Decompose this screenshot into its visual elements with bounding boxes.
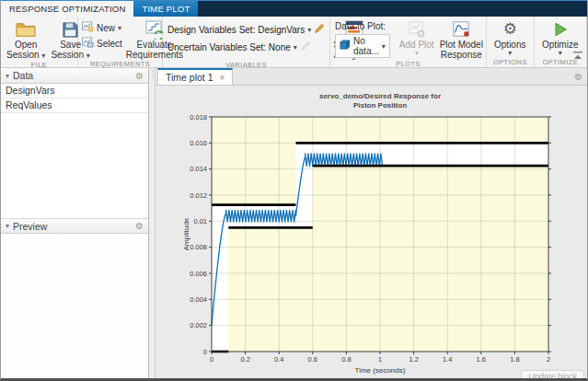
preview-section-header: ▾ Preview ⚙ [1, 218, 148, 234]
update-block-button[interactable]: Update block [521, 370, 584, 381]
main-content: ▾ Data ⚙ DesignVars ReqValues ▾ Preview … [1, 68, 587, 378]
uncertain-variables-set-dropdown[interactable]: Uncertain Variables Set: None ▾ [167, 40, 325, 53]
close-tab-icon[interactable]: × [220, 73, 225, 83]
preview-pane [1, 234, 148, 378]
uncertain-variables-caret-icon: ▾ [294, 43, 297, 52]
open-session-label2: Session ▾ [6, 50, 45, 61]
design-variables-set-label: Design Variables Set: DesignVars [167, 25, 305, 35]
save-disk-icon [62, 19, 79, 40]
data-list: DesignVars ReqValues [1, 84, 148, 218]
data-browser-panel: ▾ Data ⚙ DesignVars ReqValues ▾ Preview … [1, 68, 149, 378]
svg-text:0.008: 0.008 [190, 243, 207, 251]
time-plot-chart: 00.0020.0040.0060.0080.010.0120.0140.016… [156, 86, 586, 378]
design-variables-set-dropdown[interactable]: Design Variables Set: DesignVars ▾ [167, 23, 325, 36]
svg-text:1: 1 [378, 355, 382, 364]
evaluate-requirements-icon [144, 19, 165, 40]
data-item-reqvalues[interactable]: ReqValues [1, 98, 148, 113]
svg-text:0: 0 [203, 348, 207, 356]
tab-time-plot-1-label: Time plot 1 [166, 72, 213, 83]
tab-time-plot-1[interactable]: Time plot 1 × [157, 68, 233, 85]
data-to-plot-caret-icon: ▾ [382, 42, 386, 51]
section-label-plots: PLOTS [330, 60, 486, 68]
svg-text:0.8: 0.8 [341, 355, 351, 364]
svg-text:0.01: 0.01 [193, 217, 207, 225]
select-requirement-icon [82, 37, 94, 50]
app-window: RESPONSE OPTIMIZATION TIME PLOT Open Ses… [0, 0, 588, 381]
uncertain-variables-set-label: Uncertain Variables Set: None [167, 42, 291, 52]
select-requirement-label: Select [97, 39, 122, 49]
data-section-gear-icon[interactable]: ⚙ [135, 71, 144, 81]
open-session-caret-icon: ▾ [41, 52, 45, 60]
options-gear-icon: ⚙ [503, 19, 517, 40]
splitter-handle-icon: ⋮ [149, 73, 155, 75]
svg-text:Time (seconds): Time (seconds) [355, 366, 406, 375]
collapse-data-section-icon[interactable]: ▾ [6, 72, 9, 80]
ribbon-toolbar: Open Session ▾ Save Session ▾ FILE [1, 17, 587, 68]
section-label-options: OPTIONS [487, 58, 534, 67]
svg-text:0: 0 [210, 355, 213, 364]
design-variables-caret-icon: ▾ [307, 26, 311, 34]
ribbon-tabstrip: RESPONSE OPTIMIZATION TIME PLOT [1, 0, 587, 17]
open-folder-icon [16, 19, 36, 40]
options-caret-icon: ▾ [508, 50, 512, 58]
new-requirement-caret-icon: ▾ [118, 24, 121, 32]
options-button[interactable]: ⚙ Options ▾ [491, 19, 528, 58]
svg-text:0.6: 0.6 [308, 355, 317, 364]
svg-text:servo_demo/Desired Response fo: servo_demo/Desired Response for [319, 92, 441, 100]
panel-splitter[interactable]: ⋮ [149, 68, 156, 378]
open-session-button[interactable]: Open Session ▾ [4, 19, 48, 61]
plot-model-response-label1: Plot Model [440, 40, 483, 50]
ribbon-section-requirements: New ▾ Select Evaluate Require [78, 17, 163, 67]
svg-text:1.4: 1.4 [443, 355, 452, 364]
svg-text:0.004: 0.004 [190, 295, 207, 304]
svg-text:0.014: 0.014 [190, 165, 207, 173]
add-plot-button: Add Plot ▾ [397, 19, 437, 58]
svg-text:0.012: 0.012 [190, 191, 207, 200]
plot-model-response-icon [452, 19, 471, 40]
svg-text:0.018: 0.018 [190, 113, 207, 121]
data-section-header: ▾ Data ⚙ [1, 68, 148, 84]
edit-design-variables-pencil-icon[interactable] [314, 23, 325, 36]
tab-time-plot[interactable]: TIME PLOT [133, 1, 198, 17]
data-cube-icon [340, 40, 351, 52]
data-item-designvars[interactable]: DesignVars [1, 84, 148, 98]
data-to-plot-dropdown[interactable]: No data... ▾ [335, 34, 390, 58]
svg-text:1.6: 1.6 [477, 355, 486, 364]
plot-model-response-label2: Response [441, 50, 482, 60]
document-gear-icon[interactable]: ⚙ [574, 72, 582, 82]
ribbon-section-plots: Data to Plot: No data... ▾ Add Plot ▾ [330, 17, 487, 67]
data-to-plot-label: Data to Plot: [335, 21, 390, 31]
plot-model-response-button[interactable]: Plot Model Response [437, 19, 486, 60]
document-tab-bar: Time plot 1 × ⚙ [156, 68, 587, 86]
add-plot-caret-icon: ▾ [415, 50, 419, 58]
data-section-title: Data [13, 70, 33, 81]
tab-response-optimization[interactable]: RESPONSE OPTIMIZATION [1, 1, 133, 17]
data-to-plot-value: No data... [353, 36, 379, 56]
section-label-requirements: REQUIREMENTS [78, 60, 162, 68]
svg-text:1.8: 1.8 [510, 355, 519, 364]
new-requirement-button[interactable]: New ▾ [82, 21, 122, 34]
edit-uncertain-variables-pencil-icon [300, 40, 311, 53]
ribbon-section-file: Open Session ▾ Save Session ▾ FILE [1, 17, 78, 67]
document-area: Time plot 1 × ⚙ 00.0020.0040.0060.0080.0… [156, 68, 587, 378]
tab-response-optimization-label: RESPONSE OPTIMIZATION [9, 4, 125, 14]
preview-section-gear-icon[interactable]: ⚙ [135, 221, 144, 231]
section-label-variables: VARIABLES [163, 61, 329, 69]
open-session-label1: Open [15, 40, 37, 50]
tab-time-plot-label: TIME PLOT [142, 4, 190, 14]
svg-text:0.016: 0.016 [190, 139, 207, 147]
collapse-preview-section-icon[interactable]: ▾ [6, 222, 9, 230]
plot-figure-area: 00.0020.0040.0060.0080.010.0120.0140.016… [156, 86, 587, 381]
ribbon-section-variables: Design Variables Set: DesignVars ▾ Uncer… [163, 17, 330, 67]
section-label-file: FILE [1, 61, 77, 69]
preview-section-title: Preview [13, 221, 47, 232]
ribbon-section-options: ⚙ Options ▾ OPTIONS [487, 17, 535, 67]
svg-text:0.2: 0.2 [240, 355, 249, 364]
optimize-caret-icon: ▾ [559, 50, 562, 58]
svg-text:0.006: 0.006 [190, 270, 207, 278]
new-requirement-icon [82, 21, 94, 34]
select-requirement-button[interactable]: Select [82, 37, 122, 50]
new-requirement-label: New [97, 23, 115, 33]
collapse-ribbon-button[interactable] [573, 47, 582, 64]
svg-text:0.4: 0.4 [274, 355, 283, 364]
